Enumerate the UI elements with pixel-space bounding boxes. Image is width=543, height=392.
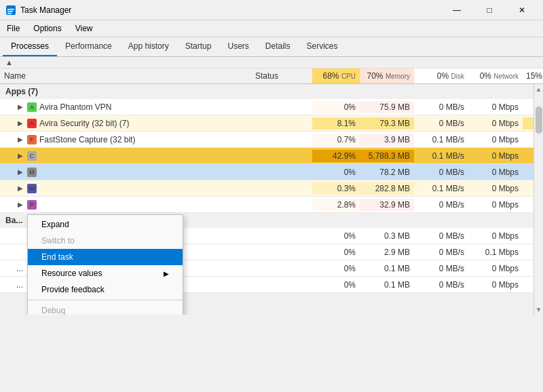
- tab-performance[interactable]: Performance: [57, 37, 120, 56]
- maximize-button[interactable]: □: [474, 3, 505, 18]
- expand-icon[interactable]: ▶: [16, 103, 24, 111]
- cell-name: ▶ M: [0, 166, 251, 178]
- cell-net: 0 Mbps: [468, 117, 523, 130]
- cell-status: [251, 187, 312, 190]
- cell-net: 0 Mbps: [468, 166, 523, 178]
- cell-disk: 0 MB/s: [414, 262, 468, 275]
- menu-file[interactable]: File: [0, 22, 26, 35]
- scroll-thumb[interactable]: [536, 106, 542, 134]
- cell-status: [251, 171, 312, 174]
- collapse-row: ▲: [0, 57, 543, 68]
- scrollbar[interactable]: ▲ ▼: [533, 84, 543, 315]
- tab-processes[interactable]: Processes: [3, 37, 57, 56]
- cell-mem: 0.1 MB: [360, 279, 414, 291]
- cell-name: ▶ F FastStone Capture (32 bit): [0, 134, 251, 146]
- expand-icon[interactable]: ▶: [16, 119, 24, 128]
- cell-disk: 0 MB/s: [414, 117, 468, 130]
- col-status[interactable]: Status: [251, 68, 312, 83]
- cell-gpu: 14.0%: [523, 117, 533, 130]
- ctx-end-task[interactable]: End task: [28, 249, 183, 265]
- expand-icon[interactable]: ▶: [16, 184, 24, 193]
- ctx-expand[interactable]: Expand: [28, 216, 183, 233]
- app-icon-row4: C: [27, 151, 37, 161]
- cell-net: 0 Mbps: [468, 262, 523, 275]
- menu-view[interactable]: View: [69, 22, 100, 35]
- cell-cpu: 42.9%: [312, 150, 360, 162]
- col-disk[interactable]: 0% Disk: [414, 68, 468, 83]
- cell-name: ▶ C: [0, 150, 251, 162]
- expand-icon[interactable]: ▶: [16, 168, 24, 176]
- cell-net: 0 Mbps: [468, 150, 523, 162]
- tab-startup[interactable]: Startup: [177, 37, 220, 56]
- table-row[interactable]: ▶ F FastStone Capture (32 bit) 0.7% 3.9 …: [0, 132, 533, 148]
- col-memory[interactable]: 70% Memory: [360, 68, 414, 83]
- cell-cpu: 0%: [312, 166, 360, 178]
- table-row[interactable]: ▶ W 0.3% 282.8 MB 0.1 MB/s 0 Mbps 0% G: [0, 180, 533, 197]
- tab-users[interactable]: Users: [219, 37, 257, 56]
- cell-name: ▶ A Avira Security (32 bit) (7): [0, 117, 251, 130]
- app-icon: [5, 5, 16, 16]
- menu-options[interactable]: Options: [26, 22, 68, 35]
- cell-net: 0 Mbps: [468, 134, 523, 146]
- cell-gpu: 0%: [523, 246, 533, 258]
- table-row[interactable]: ▶ P 2.8% 32.9 MB 0 MB/s 0 Mbps 0%: [0, 197, 533, 213]
- cell-gpu: 0%: [523, 101, 533, 113]
- cell-disk: 0 MB/s: [414, 166, 468, 178]
- cell-gpu: 0%: [523, 150, 533, 162]
- table-row[interactable]: ▶ C 42.9% 5,788.3 MB 0.1 MB/s 0 Mbps 0% …: [0, 148, 533, 164]
- col-network[interactable]: 0% Network: [468, 68, 523, 83]
- ctx-switch-to: Switch to: [28, 233, 183, 249]
- cell-net: 0 Mbps: [468, 182, 523, 195]
- cell-cpu: 2.8%: [312, 199, 360, 211]
- expand-icon[interactable]: ▶: [16, 152, 24, 160]
- cell-gpu: 0%: [523, 262, 533, 275]
- expand-icon[interactable]: ▶: [16, 201, 24, 209]
- table-row[interactable]: ▶ A Avira Security (32 bit) (7) 8.1% 79.…: [0, 115, 533, 132]
- cell-mem: 3.9 MB: [360, 134, 414, 146]
- table-row[interactable]: ▶ A Avira Phantom VPN 0% 75.9 MB 0 MB/s …: [0, 99, 533, 115]
- cell-net: 0 Mbps: [468, 279, 523, 291]
- cell-mem: 0.3 MB: [360, 230, 414, 242]
- table-row[interactable]: ▶ M 0% 78.2 MB 0 MB/s 0 Mbps 0%: [0, 164, 533, 180]
- menu-bar: File Options View: [0, 20, 543, 37]
- cell-status: [251, 122, 312, 125]
- cell-net: 0.1 Mbps: [468, 246, 523, 258]
- col-cpu[interactable]: 68% CPU: [312, 68, 360, 83]
- app-icon-faststone: F: [27, 135, 37, 144]
- cell-gpu: 0%: [523, 279, 533, 291]
- cell-cpu: 0%: [312, 279, 360, 291]
- expand-icon[interactable]: ▶: [16, 136, 24, 144]
- cell-gpu: 0%: [523, 182, 533, 195]
- tab-services[interactable]: Services: [299, 37, 346, 56]
- cell-status: [251, 267, 312, 270]
- ctx-provide-feedback[interactable]: Provide feedback: [28, 281, 183, 298]
- cell-disk: 0 MB/s: [414, 101, 468, 113]
- cell-cpu: 0.3%: [312, 182, 360, 195]
- cell-name: ▶ A Avira Phantom VPN: [0, 101, 251, 113]
- col-name[interactable]: Name: [0, 68, 251, 83]
- tab-app-history[interactable]: App history: [120, 37, 177, 56]
- window-title: Task Manager: [20, 5, 71, 15]
- tab-details[interactable]: Details: [257, 37, 299, 56]
- collapse-button[interactable]: ▲: [0, 57, 18, 68]
- cell-cpu: 8.1%: [312, 117, 360, 130]
- svg-rect-1: [7, 9, 14, 10]
- ctx-resource-values[interactable]: Resource values ▶: [28, 265, 183, 281]
- scroll-down-arrow[interactable]: ▼: [536, 306, 542, 313]
- cell-status: [251, 138, 312, 141]
- cell-mem: 78.2 MB: [360, 166, 414, 178]
- cell-gpu: 0%: [523, 134, 533, 146]
- cell-net: 0 Mbps: [468, 230, 523, 242]
- app-icon-avira-phantom: A: [27, 102, 37, 112]
- cell-disk: 0.1 MB/s: [414, 150, 468, 162]
- table-header: Name Status 68% CPU 70% Memory 0% Disk 0…: [0, 68, 543, 84]
- cell-name: ▶ W: [0, 182, 251, 195]
- table-body: Apps (7) ▶ A Avira Phantom VPN 0% 75.9 M…: [0, 84, 543, 315]
- col-gpu[interactable]: 15% GPU: [523, 68, 543, 83]
- cell-cpu: 0%: [312, 246, 360, 258]
- close-button[interactable]: ✕: [506, 3, 538, 18]
- title-bar: Task Manager — □ ✕: [0, 0, 543, 20]
- minimize-button[interactable]: —: [441, 3, 472, 18]
- scroll-up-arrow[interactable]: ▲: [536, 85, 542, 93]
- cell-mem: 79.3 MB: [360, 117, 414, 130]
